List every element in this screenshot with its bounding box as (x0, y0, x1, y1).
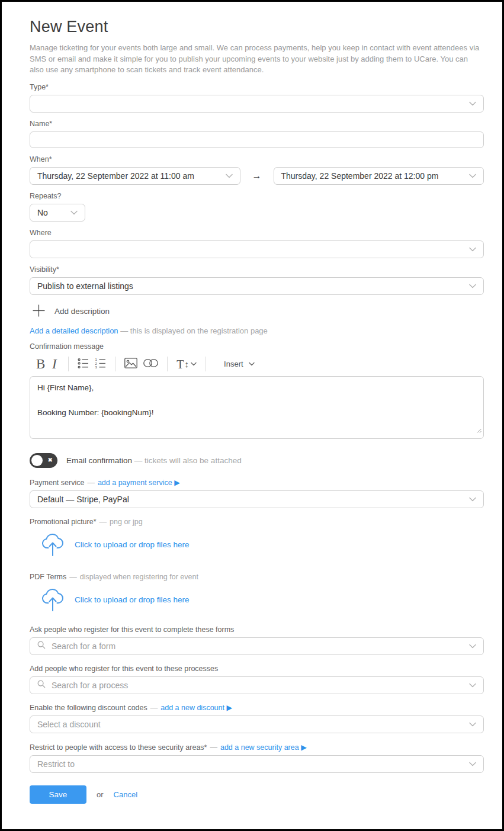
forms-label: Ask people who register for this event t… (30, 625, 484, 634)
promo-picture-note: png or jpg (110, 518, 143, 527)
bold-button[interactable]: B (33, 355, 48, 373)
dash-separator: — (69, 573, 77, 582)
when-end-select[interactable]: Thursday, 22 September 2022 at 12:00 pm (274, 167, 484, 185)
repeats-select[interactable]: No (30, 204, 85, 222)
discounts-field: Enable the following discount codes — ad… (30, 704, 484, 733)
insert-menu-label: Insert (224, 360, 243, 368)
toolbar-divider (68, 357, 69, 371)
pdf-upload-text: Click to upload or drop files here (75, 595, 190, 604)
search-icon (37, 680, 46, 690)
chevron-down-icon (469, 101, 476, 106)
cancel-link[interactable]: Cancel (114, 790, 137, 799)
promo-picture-upload[interactable]: Click to upload or drop files here (30, 530, 484, 561)
name-label: Name* (30, 120, 484, 129)
add-discount-link[interactable]: add a new discount ▶ (160, 704, 232, 713)
chevron-down-icon (191, 362, 197, 366)
dash-separator: — (134, 456, 143, 465)
chevron-down-icon (469, 174, 476, 178)
search-icon (37, 641, 46, 651)
security-field: Restrict to people with access to these … (30, 743, 484, 773)
plus-icon (33, 304, 45, 319)
visibility-label: Visibility* (30, 265, 484, 274)
visibility-field: Visibility* Publish to external listings (30, 265, 484, 295)
chevron-down-icon (469, 247, 476, 252)
confirmation-label: Confirmation message (30, 342, 484, 351)
payment-label: Payment service (30, 479, 84, 487)
when-field: When* Thursday, 22 September 2022 at 11:… (30, 155, 484, 185)
promo-picture-field: Promotional picture* — png or jpg Click … (30, 518, 484, 561)
dash-separator: — (120, 326, 128, 335)
security-select[interactable]: Restrict to (30, 755, 484, 773)
add-security-area-link[interactable]: add a new security area ▶ (220, 743, 307, 752)
save-button[interactable]: Save (30, 785, 86, 804)
processes-field: Add people who register for this event t… (30, 665, 484, 694)
chevron-down-icon (70, 210, 78, 215)
chevron-down-icon (469, 284, 476, 288)
numbered-list-button[interactable]: 1 2 3 (92, 355, 109, 373)
form-actions: Save or Cancel (30, 785, 484, 804)
forms-search-placeholder: Search for a form (52, 641, 115, 651)
rich-text-toolbar: B I 1 2 3 (30, 354, 484, 376)
payment-select[interactable]: Default — Stripe, PayPal (30, 490, 484, 508)
font-size-icon: T (176, 358, 184, 370)
add-payment-service-link[interactable]: add a payment service ▶ (98, 479, 180, 487)
detailed-description-line: Add a detailed description — this is dis… (30, 326, 484, 336)
pdf-terms-upload[interactable]: Click to upload or drop files here (30, 585, 484, 616)
repeats-value: No (37, 208, 48, 217)
dash-separator: — (87, 479, 95, 487)
add-description-button[interactable]: Add description (30, 304, 484, 319)
insert-link-button[interactable] (140, 355, 161, 373)
or-text: or (97, 790, 104, 799)
discounts-label: Enable the following discount codes (30, 704, 147, 713)
insert-menu-button[interactable]: Insert (220, 355, 258, 373)
insert-image-button[interactable] (121, 355, 140, 373)
payment-value: Default — Stripe, PayPal (37, 495, 129, 504)
chevron-down-icon (469, 722, 476, 727)
forms-field: Ask people who register for this event t… (30, 625, 484, 655)
email-confirmation-note: tickets will also be attached (145, 456, 242, 465)
page-title: New Event (30, 18, 484, 36)
add-detailed-description-link[interactable]: Add a detailed description (30, 326, 118, 335)
when-start-select[interactable]: Thursday, 22 September 2022 at 11:00 am (30, 167, 240, 185)
security-label: Restrict to people with access to these … (30, 743, 207, 752)
when-label: When* (30, 155, 484, 164)
type-select[interactable] (30, 95, 484, 113)
toolbar-divider (206, 357, 206, 371)
event-name-input[interactable] (30, 131, 484, 148)
processes-search-placeholder: Search for a process (52, 681, 128, 690)
when-end-value: Thursday, 22 September 2022 at 12:00 pm (281, 171, 439, 181)
processes-search-select[interactable]: Search for a process (30, 676, 484, 694)
chevron-down-icon (469, 497, 476, 502)
email-confirmation-label: Email confirmation — tickets will also b… (66, 456, 242, 465)
bullet-list-icon (78, 358, 89, 371)
svg-text:2: 2 (95, 362, 98, 365)
pdf-terms-field: PDF Terms — displayed when registering f… (30, 573, 484, 616)
discounts-select[interactable]: Select a discount (30, 716, 484, 733)
cloud-upload-icon (41, 530, 65, 560)
payment-field: Payment service — add a payment service … (30, 479, 484, 508)
font-size-button[interactable]: T ↕ (174, 355, 200, 373)
email-confirmation-toggle[interactable]: ✖ (30, 453, 57, 468)
forms-search-select[interactable]: Search for a form (30, 637, 484, 655)
repeats-label: Repeats? (30, 192, 484, 201)
detailed-description-note: this is displayed on the registration pa… (130, 326, 268, 335)
where-field: Where (30, 229, 484, 258)
confirmation-section: Confirmation message B I (30, 342, 484, 439)
new-event-page: New Event Manage ticketing for your even… (0, 0, 504, 831)
type-label: Type* (30, 83, 484, 92)
dash-separator: — (210, 743, 217, 752)
chevron-down-icon (469, 762, 476, 766)
promo-upload-text: Click to upload or drop files here (75, 540, 190, 549)
confirmation-message-textarea[interactable]: Hi {First Name}, Booking Number: {bookin… (30, 376, 484, 439)
page-intro: Manage ticketing for your events both la… (30, 43, 484, 76)
link-icon (143, 359, 158, 369)
italic-button[interactable]: I (48, 355, 62, 373)
where-select[interactable] (30, 240, 484, 258)
right-arrow-icon: → (252, 171, 262, 181)
bullet-list-button[interactable] (75, 355, 92, 373)
visibility-select[interactable]: Publish to external listings (30, 277, 484, 295)
toolbar-divider (115, 357, 115, 371)
security-placeholder: Restrict to (37, 759, 75, 769)
add-description-label: Add description (54, 307, 110, 316)
dash-separator: — (150, 704, 158, 713)
